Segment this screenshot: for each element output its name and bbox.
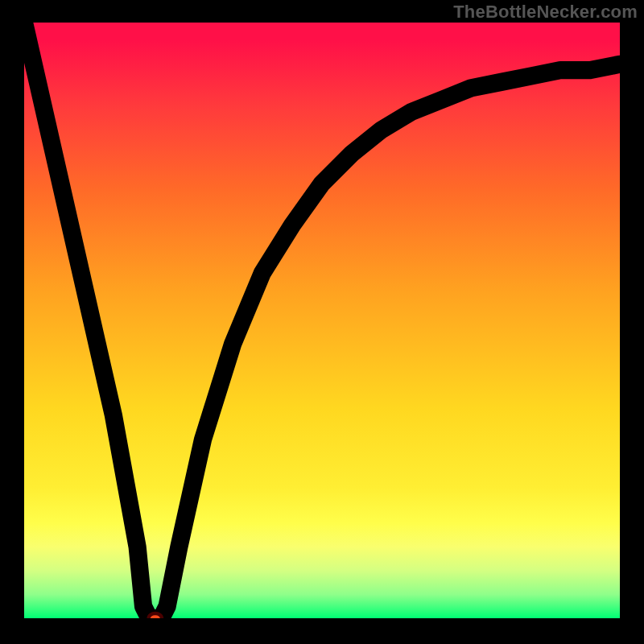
watermark-text: TheBottleNecker.com: [453, 2, 638, 23]
minimum-marker: [149, 613, 162, 618]
minimum-marker-dot: [149, 613, 162, 618]
chart-container: TheBottleNecker.com: [0, 0, 644, 644]
plot-area: [24, 23, 620, 618]
curve-svg: [24, 23, 620, 618]
bottleneck-curve: [24, 23, 620, 618]
